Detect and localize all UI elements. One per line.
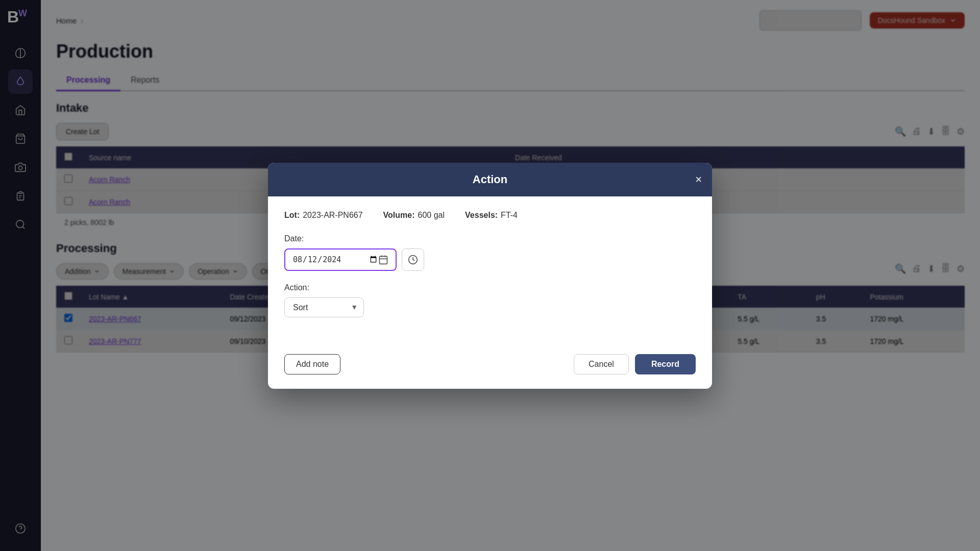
modal-lot: Lot: 2023-AR-PN667 bbox=[284, 211, 363, 220]
modal-vessels: Vessels: FT-4 bbox=[465, 211, 518, 220]
modal-volume: Volume: 600 gal bbox=[383, 211, 445, 220]
svg-rect-13 bbox=[380, 256, 387, 264]
date-field-row bbox=[284, 248, 696, 271]
modal-volume-value: 600 gal bbox=[418, 211, 445, 220]
action-select[interactable]: Sort Crush Press Ferment Addition Measur… bbox=[284, 297, 364, 317]
date-input[interactable] bbox=[292, 255, 378, 265]
modal-vessels-value: FT-4 bbox=[501, 211, 518, 220]
add-note-button[interactable]: Add note bbox=[284, 354, 340, 374]
modal-footer: Add note Cancel Record bbox=[268, 344, 712, 389]
record-button[interactable]: Record bbox=[635, 354, 696, 374]
cancel-button[interactable]: Cancel bbox=[574, 354, 629, 374]
modal-body: Lot: 2023-AR-PN667 Volume: 600 gal Vesse… bbox=[268, 196, 712, 344]
date-field-group: Date: bbox=[284, 234, 696, 271]
time-button[interactable] bbox=[402, 248, 424, 271]
modal-title: Action bbox=[473, 173, 507, 186]
date-label: Date: bbox=[284, 234, 696, 243]
action-modal: Action × Lot: 2023-AR-PN667 Volume: 600 … bbox=[268, 163, 712, 389]
modal-lot-value: 2023-AR-PN667 bbox=[303, 211, 362, 220]
modal-close-button[interactable]: × bbox=[695, 174, 702, 185]
date-input-wrapper[interactable] bbox=[284, 248, 397, 271]
modal-meta: Lot: 2023-AR-PN667 Volume: 600 gal Vesse… bbox=[284, 211, 696, 220]
action-field-group: Action: Sort Crush Press Ferment Additio… bbox=[284, 283, 696, 317]
modal-header: Action × bbox=[268, 163, 712, 196]
modal-footer-right: Cancel Record bbox=[574, 354, 696, 374]
action-select-wrapper: Sort Crush Press Ferment Addition Measur… bbox=[284, 297, 364, 317]
modal-overlay: Action × Lot: 2023-AR-PN667 Volume: 600 … bbox=[0, 0, 980, 551]
action-label: Action: bbox=[284, 283, 696, 292]
